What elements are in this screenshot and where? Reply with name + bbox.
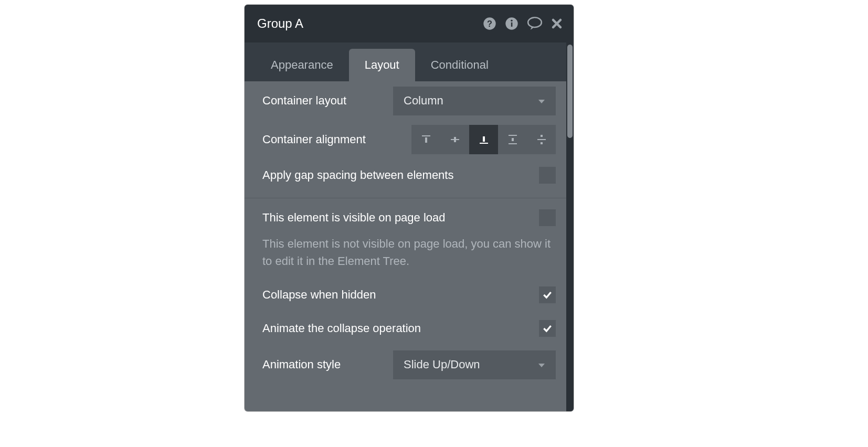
svg-rect-15	[541, 135, 543, 137]
svg-rect-13	[512, 138, 514, 141]
container-layout-select[interactable]: Column	[393, 87, 556, 115]
gap-spacing-label: Apply gap spacing between elements	[262, 168, 539, 182]
gap-spacing-checkbox[interactable]	[539, 167, 556, 184]
row-collapse-hidden: Collapse when hidden	[262, 278, 556, 312]
align-space-between-button[interactable]	[498, 125, 527, 154]
section-visibility: This element is visible on page load Thi…	[245, 198, 574, 384]
panel-body: Container layout Column Container alignm…	[245, 81, 574, 384]
visibility-helper-text: This element is not visible on page load…	[262, 235, 556, 278]
tab-layout[interactable]: Layout	[349, 49, 415, 81]
scrollbar-thumb[interactable]	[567, 45, 573, 138]
container-layout-label: Container layout	[262, 94, 393, 108]
tab-conditional[interactable]: Conditional	[415, 49, 504, 81]
align-middle-button[interactable]	[440, 125, 469, 154]
animate-collapse-checkbox[interactable]	[539, 320, 556, 337]
align-space-around-button[interactable]	[527, 125, 556, 154]
svg-rect-9	[454, 137, 456, 142]
row-gap-spacing: Apply gap spacing between elements	[262, 159, 556, 198]
animate-collapse-label: Animate the collapse operation	[262, 322, 539, 335]
property-editor-panel: Group A ? Appearance Layout Conditional …	[245, 5, 574, 411]
caret-down-icon	[538, 358, 545, 371]
container-layout-value: Column	[404, 94, 443, 108]
svg-point-5	[528, 17, 542, 27]
panel-title: Group A	[257, 16, 482, 31]
visible-on-load-checkbox[interactable]	[539, 209, 556, 226]
align-top-button[interactable]	[411, 125, 440, 154]
header-icons: ?	[482, 16, 563, 31]
svg-rect-17	[541, 142, 543, 144]
row-animate-collapse: Animate the collapse operation	[262, 312, 556, 345]
svg-rect-7	[425, 137, 427, 143]
svg-point-4	[511, 19, 513, 22]
caret-down-icon	[538, 94, 545, 108]
svg-rect-11	[483, 136, 485, 142]
align-bottom-button[interactable]	[469, 125, 498, 154]
collapse-hidden-checkbox[interactable]	[539, 286, 556, 303]
visible-on-load-label: This element is visible on page load	[262, 211, 539, 225]
row-visible-on-load: This element is visible on page load	[262, 198, 556, 237]
tabs: Appearance Layout Conditional	[245, 42, 574, 81]
container-alignment-label: Container alignment	[262, 133, 411, 146]
collapse-hidden-label: Collapse when hidden	[262, 288, 539, 302]
svg-rect-3	[511, 23, 513, 27]
tab-appearance[interactable]: Appearance	[255, 49, 349, 81]
alignment-button-group	[411, 125, 556, 154]
row-animation-style: Animation style Slide Up/Down	[262, 345, 556, 384]
scrollbar-track[interactable]	[566, 42, 574, 411]
comment-icon[interactable]	[526, 16, 543, 31]
row-container-layout: Container layout Column	[262, 81, 556, 120]
animation-style-select[interactable]: Slide Up/Down	[393, 350, 556, 379]
close-icon[interactable]	[551, 17, 563, 30]
animation-style-value: Slide Up/Down	[404, 358, 480, 371]
panel-header: Group A ?	[245, 5, 574, 42]
section-container: Container layout Column Container alignm…	[245, 81, 574, 198]
info-icon[interactable]	[504, 16, 519, 31]
row-container-alignment: Container alignment	[262, 120, 556, 159]
svg-text:?: ?	[487, 19, 492, 28]
animation-style-label: Animation style	[262, 358, 393, 371]
help-icon[interactable]: ?	[482, 16, 497, 31]
